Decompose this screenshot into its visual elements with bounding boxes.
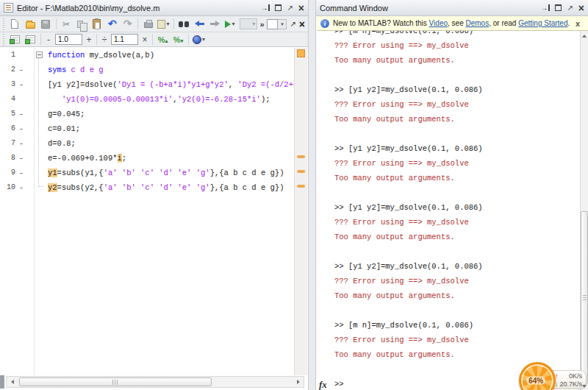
- notebook-icon: [157, 20, 165, 29]
- code-text: [y1 y2]=dsolve('Dy1 = (-b+a*i)*y1+g*y2',…: [43, 77, 294, 92]
- breakpoint-column[interactable]: -: [15, 136, 27, 151]
- toolbar-undock-icon[interactable]: ↗: [290, 20, 295, 29]
- error-line: ??? Error using ==> my_dsolve: [317, 215, 580, 230]
- code-line-10[interactable]: 10-y2=subs(y2,{'a' 'b' 'c' 'd' 'e' 'g'},…: [1, 180, 294, 195]
- gauge-percent: 64%: [526, 377, 545, 385]
- warning-mark[interactable]: [297, 170, 305, 173]
- forward-button[interactable]: [207, 17, 223, 31]
- scrollbar-thumb[interactable]: [581, 211, 588, 383]
- splitter-handle[interactable]: [0, 375, 4, 389]
- code-line-5[interactable]: 5-g=0.045;: [1, 107, 294, 121]
- value-field-1[interactable]: [55, 34, 82, 45]
- copy-button[interactable]: [74, 17, 90, 31]
- breakpoint-column[interactable]: -: [15, 166, 27, 180]
- open-file-button[interactable]: [23, 17, 38, 31]
- editor-horizontal-scrollbar[interactable]: [6, 376, 304, 388]
- code-line-7[interactable]: 7-d=0.8;: [1, 136, 294, 151]
- fx-function-hint-icon[interactable]: fx: [319, 377, 327, 390]
- breakpoint-column[interactable]: -: [15, 107, 27, 121]
- fold-collapse-icon[interactable]: [36, 52, 43, 58]
- cmd-dock-icon[interactable]: →: [540, 4, 550, 13]
- code-editor[interactable]: 1function my_dsolve(a,b)2-syms c d e g3-…: [1, 48, 294, 375]
- editor-maximize-icon[interactable]: [275, 4, 282, 13]
- info-ball-button[interactable]: ▾: [191, 32, 207, 46]
- stack-combo-dropdown[interactable]: ▾: [278, 19, 287, 29]
- stack-combo[interactable]: [267, 19, 279, 29]
- breakpoint-column[interactable]: -: [15, 77, 27, 92]
- download-rate: 20.7K/s: [559, 380, 582, 388]
- cmd-undock-icon[interactable]: ↗: [567, 4, 573, 13]
- scroll-up-arrow[interactable]: [581, 32, 588, 40]
- undo-button[interactable]: ↶: [104, 17, 120, 31]
- warning-mark[interactable]: [297, 155, 305, 158]
- code-line-1[interactable]: 1function my_dsolve(a,b): [1, 48, 294, 63]
- line-number: 7: [1, 136, 15, 151]
- code-line-6[interactable]: 6-c=0.01;: [1, 121, 294, 136]
- editor-dock-icon[interactable]: →: [260, 4, 270, 13]
- decrease-button[interactable]: -: [43, 35, 54, 45]
- video-link[interactable]: Video: [429, 19, 448, 27]
- breakpoint-column[interactable]: -: [15, 121, 27, 136]
- new-file-icon: [11, 19, 18, 29]
- line-number: 1: [1, 48, 15, 63]
- scrollbar-thumb[interactable]: [19, 377, 212, 386]
- insert-cell-divider-button[interactable]: [23, 32, 38, 46]
- run-config-dropdown[interactable]: ▾: [240, 18, 257, 29]
- pane-splitter[interactable]: [309, 0, 315, 390]
- print-button[interactable]: [140, 17, 156, 31]
- code-line-9[interactable]: 9-y1=subs(y1,{'a' 'b' 'c' 'd' 'e' 'g'},{…: [1, 166, 294, 180]
- cmd-vertical-scrollbar[interactable]: [580, 31, 588, 390]
- toolbar-close-icon[interactable]: ×: [299, 20, 305, 29]
- command-line: >> [y1 y2]=my_dsolve(0.1, 0.086): [317, 82, 580, 97]
- notebook-button[interactable]: ▾: [156, 17, 171, 31]
- command-window-content[interactable]: >> [m n]=my_dsolve(0.1, 0.086)??? Error …: [317, 24, 580, 390]
- getting-started-link[interactable]: Getting Started: [518, 19, 567, 27]
- breakpoint-column[interactable]: -: [15, 151, 27, 166]
- breakpoint-column[interactable]: [15, 92, 27, 107]
- code-text: y2=subs(y2,{'a' 'b' 'c' 'd' 'e' 'g'},{a …: [43, 180, 284, 195]
- orange-gauge-icon[interactable]: 64%: [519, 362, 556, 390]
- increase-button[interactable]: +: [84, 35, 94, 45]
- save-button[interactable]: [38, 17, 54, 31]
- cmd-close-icon[interactable]: ×: [578, 4, 584, 13]
- divide-button[interactable]: ÷: [99, 35, 110, 45]
- breakpoint-column[interactable]: -: [15, 180, 27, 195]
- profiler-button-2[interactable]: %▾: [171, 32, 186, 46]
- open-folder-icon: [26, 22, 35, 29]
- banner-close-icon[interactable]: x: [571, 19, 584, 28]
- find-button[interactable]: [176, 17, 192, 31]
- redo-button[interactable]: ↷: [120, 17, 135, 31]
- new-file-button[interactable]: [7, 17, 23, 31]
- paste-button[interactable]: [89, 17, 104, 31]
- indicator-summary-square[interactable]: [297, 49, 305, 57]
- editor-close-icon[interactable]: ×: [298, 4, 304, 13]
- command-window-pane: Command Window → ↗ × i New to MATLAB? Wa…: [315, 0, 588, 390]
- profiler-button-1[interactable]: %▴: [155, 32, 171, 46]
- cut-button[interactable]: ✂: [59, 17, 74, 31]
- editor-toolbar-main: ✂ ↶ ↷ ▾ ▾ ▾ » ▾ ↗ ×: [0, 16, 308, 32]
- breakpoint-column[interactable]: [15, 48, 27, 63]
- scroll-left-arrow[interactable]: [7, 377, 18, 387]
- demos-link[interactable]: Demos: [465, 19, 489, 27]
- code-line-4[interactable]: 4 'y1(0)=0.0005-0.00013*i','y2(0)=-6.28-…: [1, 92, 294, 107]
- warning-mark[interactable]: [297, 185, 305, 188]
- multiply-button[interactable]: ×: [140, 35, 150, 45]
- line-number: 5: [1, 107, 15, 121]
- breakpoint-column[interactable]: -: [15, 63, 27, 77]
- message-indicator-bar[interactable]: [294, 48, 307, 375]
- cmd-maximize-icon[interactable]: [555, 4, 562, 13]
- editor-undock-icon[interactable]: ↗: [287, 4, 293, 13]
- error-line: Too many output arguments.: [317, 288, 580, 303]
- code-line-2[interactable]: 2-syms c d e g: [1, 63, 294, 77]
- code-line-3[interactable]: 3-[y1 y2]=dsolve('Dy1 = (-b+a*i)*y1+g*y2…: [1, 77, 294, 92]
- scroll-right-arrow[interactable]: [293, 377, 304, 387]
- value-field-2[interactable]: [111, 34, 138, 45]
- blank-line: [317, 185, 580, 200]
- toolbar-overflow-chevron[interactable]: »: [259, 20, 264, 29]
- network-monitor-widget[interactable]: ↑0K/s ↓20.7K/s 64%: [514, 361, 588, 390]
- run-button[interactable]: ▾: [223, 17, 238, 31]
- code-line-8[interactable]: 8-e=-0.069+0.109*i;: [1, 151, 294, 166]
- editor-icon: [4, 3, 13, 13]
- back-button[interactable]: [192, 17, 207, 31]
- insert-cell-button[interactable]: [7, 32, 23, 46]
